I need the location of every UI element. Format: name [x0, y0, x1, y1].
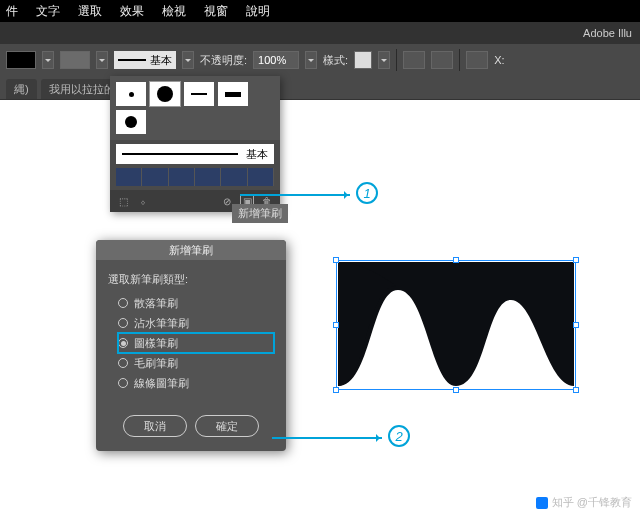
- brush-thumb[interactable]: [116, 82, 146, 106]
- document-tabbar: 縄) 我用以拉拉的...: [0, 76, 640, 100]
- options-icon[interactable]: ⬨: [136, 194, 150, 208]
- zhihu-logo-icon: [536, 497, 548, 509]
- library-icon[interactable]: ⬚: [116, 194, 130, 208]
- transform-icon[interactable]: [431, 51, 453, 69]
- x-label: X:: [494, 54, 504, 66]
- control-bar: 基本 不透明度: 100% 樣式: X:: [0, 44, 640, 76]
- menu-window[interactable]: 視窗: [204, 3, 228, 20]
- radio-art-brush[interactable]: 線條圖筆刷: [118, 373, 274, 393]
- menu-help[interactable]: 說明: [246, 3, 270, 20]
- dialog-title: 新增筆刷: [96, 240, 286, 260]
- stroke-dropdown[interactable]: [96, 51, 108, 69]
- shape-icon[interactable]: [466, 51, 488, 69]
- ok-button[interactable]: 確定: [195, 415, 259, 437]
- brush-thumb[interactable]: [116, 110, 146, 134]
- handle[interactable]: [333, 322, 339, 328]
- menu-file[interactable]: 件: [6, 3, 18, 20]
- handle[interactable]: [453, 257, 459, 263]
- handle[interactable]: [333, 257, 339, 263]
- brush-pattern-row[interactable]: [116, 168, 274, 186]
- callout-badge-1: 1: [356, 182, 378, 204]
- divider: [396, 49, 397, 71]
- brush-dropdown[interactable]: [182, 51, 194, 69]
- align-icon[interactable]: [403, 51, 425, 69]
- brush-basic-row[interactable]: 基本: [116, 144, 274, 164]
- cancel-button[interactable]: 取消: [123, 415, 187, 437]
- opacity-label: 不透明度:: [200, 53, 247, 68]
- brush-thumb[interactable]: [218, 82, 248, 106]
- menu-type[interactable]: 文字: [36, 3, 60, 20]
- selected-art[interactable]: [336, 260, 576, 390]
- document-tab[interactable]: 縄): [6, 79, 37, 99]
- callout-arrow-1: [240, 194, 350, 196]
- brushes-panel: 基本 ⬚ ⬨ ⊘ ▣ 🗑: [110, 76, 280, 212]
- opacity-field[interactable]: 100%: [253, 51, 299, 69]
- brush-thumb[interactable]: [184, 82, 214, 106]
- app-title: Adobe Illu: [583, 27, 632, 39]
- handle[interactable]: [333, 387, 339, 393]
- style-dropdown[interactable]: [378, 51, 390, 69]
- menu-view[interactable]: 檢視: [162, 3, 186, 20]
- brush-thumb[interactable]: [150, 82, 180, 106]
- menu-select[interactable]: 選取: [78, 3, 102, 20]
- stroke-swatch[interactable]: [60, 51, 90, 69]
- fill-swatch[interactable]: [6, 51, 36, 69]
- tooltip: 新增筆刷: [232, 204, 288, 223]
- style-label: 樣式:: [323, 53, 348, 68]
- radio-calligraphic-brush[interactable]: 沾水筆筆刷: [118, 313, 274, 333]
- fill-dropdown[interactable]: [42, 51, 54, 69]
- watermark: 知乎 @千锋教育: [536, 495, 632, 510]
- brush-grid: [110, 76, 280, 140]
- app-titlebar: Adobe Illu: [0, 22, 640, 44]
- handle[interactable]: [573, 322, 579, 328]
- dialog-prompt: 選取新筆刷類型:: [108, 272, 274, 287]
- handle[interactable]: [573, 387, 579, 393]
- menu-effect[interactable]: 效果: [120, 3, 144, 20]
- brush-preset[interactable]: 基本: [114, 51, 176, 69]
- callout-arrow-2: [272, 437, 382, 439]
- radio-bristle-brush[interactable]: 毛刷筆刷: [118, 353, 274, 373]
- bounding-box: [336, 260, 576, 390]
- divider: [459, 49, 460, 71]
- handle[interactable]: [453, 387, 459, 393]
- radio-scatter-brush[interactable]: 散落筆刷: [118, 293, 274, 313]
- handle[interactable]: [573, 257, 579, 263]
- mac-menubar: 件 文字 選取 效果 檢視 視窗 說明: [0, 0, 640, 22]
- new-brush-dialog: 新增筆刷 選取新筆刷類型: 散落筆刷 沾水筆筆刷 圖樣筆刷 毛刷筆刷 線條圖筆刷…: [96, 240, 286, 451]
- style-swatch[interactable]: [354, 51, 372, 69]
- opacity-dropdown[interactable]: [305, 51, 317, 69]
- radio-pattern-brush[interactable]: 圖樣筆刷: [118, 333, 274, 353]
- callout-badge-2: 2: [388, 425, 410, 447]
